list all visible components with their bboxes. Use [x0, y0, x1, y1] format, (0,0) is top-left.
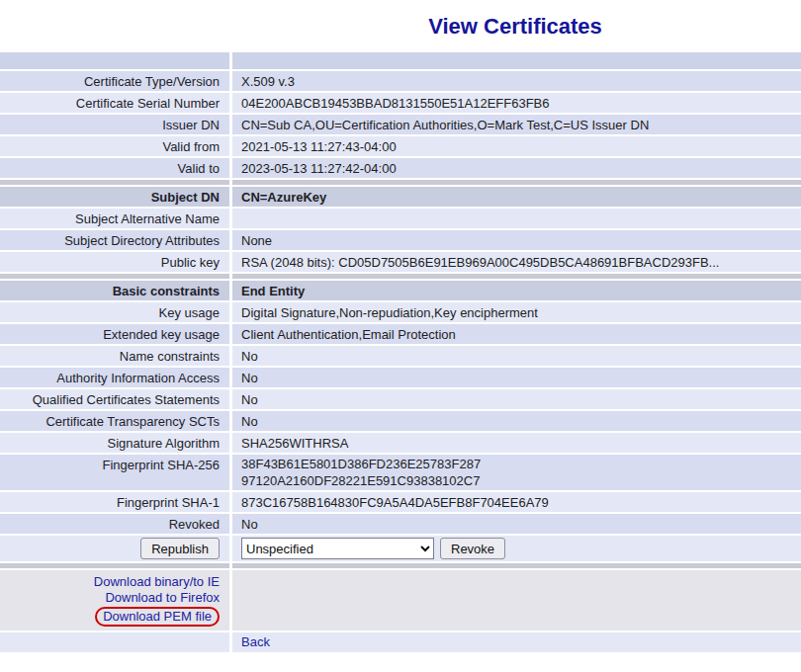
download-pem-link[interactable]: Download PEM file: [103, 609, 212, 624]
revocation-reason-select[interactable]: Unspecified: [241, 538, 434, 559]
row-label: Issuer DN: [0, 115, 229, 134]
header-value-cell: [232, 52, 801, 69]
row-subject-directory-attributes: Subject Directory Attributes None: [0, 230, 801, 250]
row-label: Key usage: [0, 302, 229, 322]
row-key-usage: Key usage Digital Signature,Non-repudiat…: [0, 302, 801, 322]
row-label: Valid to: [0, 158, 229, 178]
row-extended-key-usage: Extended key usage Client Authentication…: [0, 324, 801, 344]
row-valid-to: Valid to 2023-05-13 11:27:42-04:00: [0, 158, 801, 178]
view-certificates-page: View Certificates Certificate Type/Versi…: [0, 0, 801, 672]
revoke-cell: Unspecified Revoke: [232, 536, 801, 561]
row-certificate-transparency-scts: Certificate Transparency SCTs No: [0, 411, 801, 431]
row-issuer-dn: Issuer DN CN=Sub CA,OU=Certification Aut…: [0, 115, 801, 134]
row-label: Subject Alternative Name: [0, 209, 229, 228]
row-signature-algorithm: Signature Algorithm SHA256WITHRSA: [0, 433, 801, 453]
row-value: 38F43B61E5801D386FD236E25783F287 97120A2…: [232, 455, 801, 490]
row-value: Client Authentication,Email Protection: [232, 324, 801, 344]
back-empty-cell: [0, 632, 229, 652]
fingerprint-line-2: 97120A2160DF28221E591C93838102C7: [241, 472, 480, 489]
republish-button[interactable]: Republish: [140, 538, 220, 559]
row-certificate-serial-number: Certificate Serial Number 04E200ABCB1945…: [0, 93, 801, 113]
section-separator: [0, 180, 801, 185]
row-value: SHA256WITHRSA: [232, 433, 801, 453]
row-value: CN=Sub CA,OU=Certification Authorities,O…: [232, 115, 801, 134]
row-label: Revoked: [0, 514, 229, 534]
row-label: Certificate Serial Number: [0, 93, 229, 113]
separator-cell: [0, 563, 229, 568]
row-qualified-certificates-statements: Qualified Certificates Statements No: [0, 389, 801, 409]
downloads-row: Download binary/to IE Download to Firefo…: [0, 570, 801, 630]
separator-cell: [232, 274, 801, 279]
row-label: Valid from: [0, 136, 229, 156]
row-certificate-type-version: Certificate Type/Version X.509 v.3: [0, 71, 801, 91]
back-row: Back: [0, 632, 801, 652]
row-label: Extended key usage: [0, 324, 229, 344]
separator-cell: [0, 274, 229, 279]
separator-cell: [232, 180, 801, 185]
section-label: Subject DN: [0, 187, 229, 207]
row-label: Certificate Transparency SCTs: [0, 411, 229, 431]
row-valid-from: Valid from 2021-05-13 11:27:43-04:00: [0, 136, 801, 156]
row-label: Fingerprint SHA-1: [0, 492, 229, 512]
row-subject-alternative-name: Subject Alternative Name: [0, 209, 801, 228]
separator-cell: [0, 180, 229, 185]
row-value: RSA (2048 bits): CD05D7505B6E91EB969A00C…: [232, 252, 801, 272]
downloads-empty-cell: [232, 570, 801, 630]
back-cell: Back: [232, 632, 801, 652]
row-value: No: [232, 368, 801, 387]
row-value: None: [232, 230, 801, 250]
row-value: [232, 209, 801, 228]
row-label: Name constraints: [0, 346, 229, 366]
download-firefox-link[interactable]: Download to Firefox: [105, 590, 220, 606]
section-label: Basic constraints: [0, 281, 229, 300]
row-value: No: [232, 411, 801, 431]
section-separator: [0, 274, 801, 279]
red-highlight-oval: Download PEM file: [95, 607, 220, 627]
row-value: X.509 v.3: [232, 71, 801, 91]
row-value: No: [232, 514, 801, 534]
row-fingerprint-sha-256: Fingerprint SHA-256 38F43B61E5801D386FD2…: [0, 455, 801, 490]
row-name-constraints: Name constraints No: [0, 346, 801, 366]
revoke-button[interactable]: Revoke: [440, 538, 505, 559]
section-value: CN=AzureKey: [232, 187, 801, 207]
section-value: End Entity: [232, 281, 801, 300]
row-public-key: Public key RSA (2048 bits): CD05D7505B6E…: [0, 252, 801, 272]
header-label-cell: [0, 52, 229, 69]
row-basic-constraints: Basic constraints End Entity: [0, 281, 801, 300]
actions-row: Republish Unspecified Revoke: [0, 536, 801, 561]
row-value: No: [232, 389, 801, 409]
certificate-table: Certificate Type/Version X.509 v.3 Certi…: [0, 52, 801, 652]
republish-cell: Republish: [0, 536, 229, 561]
download-binary-ie-link[interactable]: Download binary/to IE: [94, 574, 220, 590]
row-label: Signature Algorithm: [0, 433, 229, 453]
row-value: 04E200ABCB19453BBAD8131550E51A12EFF63FB6: [232, 93, 801, 113]
row-label: Subject Directory Attributes: [0, 230, 229, 250]
row-value: Digital Signature,Non-repudiation,Key en…: [232, 302, 801, 322]
row-label: Fingerprint SHA-256: [0, 455, 229, 490]
table-header-row: [0, 52, 801, 69]
row-label: Public key: [0, 252, 229, 272]
row-label: Authority Information Access: [0, 368, 229, 387]
downloads-cell: Download binary/to IE Download to Firefo…: [0, 570, 229, 630]
fingerprint-line-1: 38F43B61E5801D386FD236E25783F287: [241, 456, 481, 472]
row-fingerprint-sha-1: Fingerprint SHA-1 873C16758B164830FC9A5A…: [0, 492, 801, 512]
row-label: Qualified Certificates Statements: [0, 389, 229, 409]
row-value: No: [232, 346, 801, 366]
section-separator: [0, 563, 801, 568]
back-link[interactable]: Back: [241, 634, 270, 650]
row-label: Certificate Type/Version: [0, 71, 229, 91]
row-revoked: Revoked No: [0, 514, 801, 534]
row-value: 873C16758B164830FC9A5A4DA5EFB8F704EE6A79: [232, 492, 801, 512]
row-authority-information-access: Authority Information Access No: [0, 368, 801, 387]
row-subject-dn: Subject DN CN=AzureKey: [0, 187, 801, 207]
row-value: 2021-05-13 11:27:43-04:00: [232, 136, 801, 156]
page-title: View Certificates: [229, 0, 801, 52]
row-value: 2023-05-13 11:27:42-04:00: [232, 158, 801, 178]
separator-cell: [232, 563, 801, 568]
